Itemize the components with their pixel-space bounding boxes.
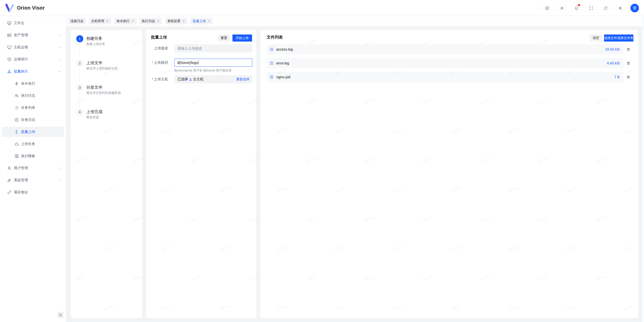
close-icon[interactable]	[208, 20, 211, 23]
steps-panel: 1 创建任务 创建上传任务 2 上传文件 将文件上传到临时分区 3 分发文件 将…	[71, 30, 142, 318]
form-row-description: 上传描述	[146, 44, 256, 52]
file-icon	[270, 61, 274, 65]
sidebar-item-user-mgmt[interactable]: 用户管理	[2, 163, 64, 173]
fullscreen-icon[interactable]	[587, 4, 595, 12]
lightning-icon	[14, 81, 19, 86]
file-size: 16.55 KB	[605, 47, 620, 51]
form-row-path: *上传路径 ${home}/logs	[146, 59, 256, 67]
refresh-icon[interactable]	[601, 4, 610, 12]
delete-file-icon[interactable]	[626, 75, 630, 79]
close-icon[interactable]	[106, 20, 109, 23]
file-name: access.log	[276, 47, 293, 51]
chevron-down-icon	[58, 58, 61, 61]
sidebar-menu: 工作台 资产管理 主机运维 运维审计 批量执行 命令执行 执行日志 任务列表 任…	[0, 16, 66, 197]
sidebar-item-batch-exec[interactable]: 批量执行	[2, 66, 64, 77]
task-list-icon	[14, 105, 19, 110]
close-icon[interactable]	[182, 20, 185, 23]
select-buttons-group: 选择文件 选择文件夹	[604, 34, 633, 42]
step-title: 上传文件	[86, 60, 102, 66]
sidebar-item-exec-template[interactable]: 执行模板	[2, 151, 64, 161]
description-label: 上传描述	[146, 44, 168, 52]
sidebar-item-upload-task[interactable]: 上传任务	[2, 139, 64, 149]
wrench-icon	[7, 178, 12, 183]
tab-batch-upload[interactable]: 批量上传	[190, 18, 213, 24]
sidebar-item-task-list[interactable]: 任务列表	[2, 103, 64, 113]
upload-description-input[interactable]	[174, 44, 252, 52]
tab-command-exec[interactable]: 命令执行	[114, 18, 137, 24]
form-actions: 重置 开始上传	[218, 34, 252, 42]
tab-exec-log[interactable]: 执行日志	[140, 18, 162, 24]
sidebar-item-project-url[interactable]: 项目地址	[2, 187, 64, 197]
sidebar-item-workbench[interactable]: 工作台	[2, 18, 64, 28]
dashboard-icon	[7, 21, 12, 25]
user-icon	[7, 166, 12, 170]
theme-icon[interactable]	[557, 4, 566, 12]
code-editor-icon[interactable]	[543, 4, 551, 12]
close-icon[interactable]	[131, 20, 134, 23]
chevron-down-icon	[58, 46, 61, 49]
sidebar-item-system-mgmt[interactable]: 系统管理	[2, 175, 64, 185]
file-row: access.log 16.55 KB	[267, 44, 623, 54]
select-file-button[interactable]: 选择文件	[604, 34, 617, 42]
delete-file-icon[interactable]	[626, 61, 630, 65]
sidebar-item-audit[interactable]: 运维审计	[2, 54, 64, 64]
step-description: 创建上传任务	[86, 42, 105, 46]
tab-connect-log[interactable]: 连接日志	[68, 18, 86, 24]
upload-path-value: ${home}/logs	[177, 61, 198, 65]
sidebar-item-task-log[interactable]: 任务日志	[2, 115, 64, 125]
sidebar-item-batch-upload[interactable]: 批量上传	[2, 127, 64, 137]
upload-path-input[interactable]: ${home}/logs	[174, 59, 252, 67]
step-number: 4	[76, 109, 83, 116]
clear-button[interactable]: 清空	[590, 34, 602, 42]
sidebar-item-exec-log[interactable]: 执行日志	[2, 91, 64, 101]
notification-bell-icon[interactable]	[572, 4, 581, 12]
chevron-down-icon	[58, 166, 61, 170]
file-icon	[270, 47, 274, 51]
sidebar-item-host-ops[interactable]: 主机运维	[2, 42, 64, 52]
select-folder-button[interactable]: 选择文件夹	[617, 34, 633, 42]
file-icon	[270, 75, 274, 79]
hosts-label: *上传主机	[146, 75, 168, 83]
header-actions: 管	[543, 4, 639, 12]
host-icon	[7, 45, 12, 50]
sidebar-item-command-exec[interactable]: 命令执行	[2, 79, 64, 89]
tab-host-mgmt[interactable]: 主机管理	[89, 18, 111, 24]
start-upload-button[interactable]: 开始上传	[232, 34, 252, 42]
settings-gear-icon[interactable]	[616, 4, 624, 12]
search-log-icon	[14, 93, 19, 98]
avatar[interactable]: 管	[630, 4, 639, 12]
main-content: 1 创建任务 创建上传任务 2 上传文件 将文件上传到临时分区 3 分发文件 将…	[66, 26, 644, 322]
file-list-panel: 文件列表 清空 选择文件 选择文件夹 access.log 16.55 KB e…	[260, 30, 638, 318]
file-row: nginx.pid 7 B	[267, 72, 623, 82]
required-asterisk: *	[152, 61, 153, 65]
scrollbar-track[interactable]	[642, 16, 644, 322]
step-connector	[79, 92, 80, 107]
template-icon	[14, 154, 19, 158]
chevron-down-icon	[58, 33, 61, 37]
cloud-icon	[14, 142, 19, 146]
file-name: error.log	[276, 61, 289, 65]
step-description: 将文件上传到临时分区	[86, 66, 118, 71]
sidebar-item-assets[interactable]: 资产管理	[2, 30, 64, 40]
menu-fold-icon	[59, 313, 62, 317]
path-help-text: ${username} 用户名 ${home} 用户家目录	[174, 68, 232, 73]
close-icon[interactable]	[157, 20, 160, 23]
audit-shield-icon	[7, 57, 12, 62]
app-header: Orion Visor 管	[0, 0, 644, 16]
chevron-up-icon	[58, 70, 61, 73]
sidebar-collapse-button[interactable]	[57, 312, 64, 318]
chevron-down-icon	[58, 178, 61, 182]
step-number: 2	[76, 60, 83, 67]
reset-button[interactable]: 重置	[218, 34, 230, 42]
delete-file-icon[interactable]	[626, 47, 630, 51]
path-label: *上传路径	[146, 59, 168, 67]
reselect-hosts-link[interactable]: 重新选择	[236, 77, 249, 82]
link-icon	[7, 190, 12, 195]
file-size: 6.45 KB	[607, 61, 620, 65]
step-title: 分发文件	[86, 85, 102, 90]
tab-system-settings[interactable]: 系统设置	[165, 18, 187, 24]
required-asterisk: *	[152, 77, 153, 81]
notification-badge	[578, 4, 580, 6]
sidebar: 工作台 资产管理 主机运维 运维审计 批量执行 命令执行 执行日志 任务列表 任…	[0, 16, 66, 322]
step-description: 释放资源	[86, 115, 99, 120]
